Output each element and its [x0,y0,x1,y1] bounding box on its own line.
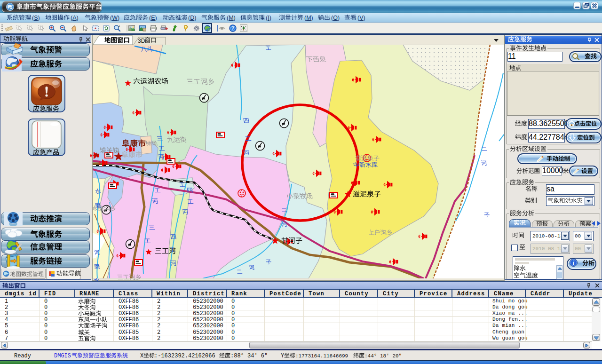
svg-text:?: ? [231,25,234,31]
